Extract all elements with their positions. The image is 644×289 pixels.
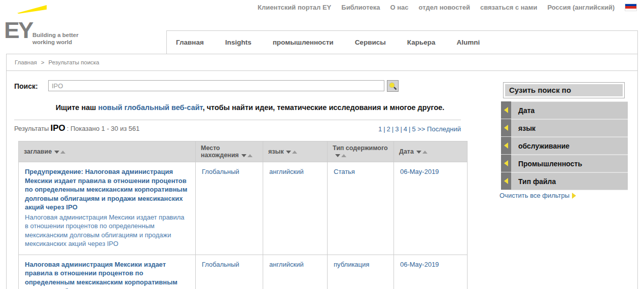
nav-item-careers[interactable]: Карьера: [407, 39, 436, 46]
nav-item-insights[interactable]: Insights: [225, 39, 252, 46]
page-4-link[interactable]: 4: [404, 125, 407, 133]
clear-all-filters-link[interactable]: Очистить все фильтры: [499, 192, 576, 199]
top-link-about[interactable]: О нас: [390, 4, 409, 11]
breadcrumb-home[interactable]: Главная: [15, 59, 37, 65]
main-nav: Главная Insights промышленности Сервисы …: [166, 30, 638, 54]
header-title[interactable]: заглавие: [19, 141, 196, 162]
result-content-type-cell: публикация: [328, 255, 394, 289]
pagination: 1|2|3|4|5 >> Последний: [14, 125, 461, 133]
search-label: Поиск:: [14, 82, 38, 90]
top-link-contact[interactable]: связаться с нами: [480, 4, 537, 11]
header-location-label: Место нахождения: [201, 144, 239, 159]
breadcrumb-separator: >: [41, 59, 45, 65]
result-location-cell: Глобальный: [196, 255, 263, 289]
result-content-type: Статья: [334, 168, 355, 175]
result-date: 06-May-2019: [400, 168, 439, 175]
magnifier-icon: [388, 82, 397, 90]
filter-strip: [501, 172, 511, 190]
search-button[interactable]: [387, 80, 399, 92]
result-title-cell: Налоговая администрация Мексики издает п…: [19, 255, 196, 289]
refine-search-header: Сузить поиск по: [503, 82, 625, 98]
nav-item-industries[interactable]: промышленности: [273, 39, 334, 46]
filter-date[interactable]: Дата: [501, 101, 628, 119]
nav-item-alumni[interactable]: Alumni: [457, 39, 480, 46]
sort-asc-icon[interactable]: [247, 154, 253, 157]
clear-filters-label: Очистить все фильтры: [499, 192, 569, 199]
collapse-arrow-icon: [504, 160, 508, 166]
result-location: Глобальный: [202, 261, 239, 268]
filter-file-type[interactable]: Тип файла: [501, 172, 628, 190]
sort-desc-icon[interactable]: [416, 151, 421, 154]
sort-desc-icon[interactable]: [241, 154, 246, 157]
filter-service[interactable]: обслуживание: [501, 137, 628, 155]
sort-icons: [416, 148, 427, 155]
header-date-label: Дата: [399, 148, 414, 155]
result-language-cell: английский: [263, 255, 328, 289]
sort-asc-icon[interactable]: [292, 151, 297, 154]
result-date: 06-May-2019: [400, 261, 439, 268]
filter-language[interactable]: язык: [501, 119, 628, 137]
sort-asc-icon[interactable]: [60, 151, 65, 154]
result-language: английский: [269, 168, 304, 175]
promo-message: Ищите наш новый глобальный веб-сайт, что…: [27, 103, 473, 112]
top-link-newsroom[interactable]: отдел новостей: [419, 4, 470, 11]
filter-industry[interactable]: Промышленность: [501, 155, 628, 172]
global-site-link[interactable]: новый глобальный веб-сайт: [98, 103, 202, 112]
main-content: Поиск: Ищите наш новый глобальный веб-са…: [7, 71, 637, 289]
result-title-cell: Предупреждение: Налоговая администрация …: [19, 162, 196, 255]
header-language-label: язык: [268, 148, 283, 155]
sort-desc-icon[interactable]: [286, 151, 291, 154]
arrow-right-icon: [572, 193, 576, 199]
nav-item-services[interactable]: Сервисы: [355, 39, 386, 46]
pagination-separator: |: [390, 125, 395, 133]
breadcrumb: Главная > Результаты поиска: [7, 54, 637, 71]
result-location-cell: Глобальный: [196, 162, 263, 255]
collapse-arrow-icon: [504, 178, 508, 184]
next-pages-link[interactable]: >>: [417, 125, 425, 133]
collapse-arrow-icon: [504, 107, 508, 113]
top-utility-bar: Клиентский портал EY Библиотека О нас от…: [258, 4, 637, 11]
filter-strip: [501, 137, 511, 154]
header-date[interactable]: Дата: [394, 141, 468, 162]
result-language-cell: английский: [263, 162, 328, 255]
refine-search-title: Сузить поиск по: [505, 84, 623, 96]
sort-icons: [54, 148, 65, 155]
result-title-link[interactable]: Предупреждение: Налоговая администрация …: [25, 167, 189, 212]
ey-logo[interactable]: EY: [4, 18, 32, 41]
result-title-link[interactable]: Налоговая администрация Мексики издает п…: [25, 260, 189, 289]
last-page-link[interactable]: Последний: [427, 125, 461, 133]
promo-prefix: Ищите наш: [56, 103, 98, 112]
result-date-cell: 06-May-2019: [394, 162, 468, 255]
search-input[interactable]: [48, 80, 384, 91]
sort-icons: [335, 152, 346, 159]
divider: [14, 120, 461, 120]
header-location[interactable]: Место нахождения: [196, 141, 263, 162]
russia-flag-icon[interactable]: [625, 4, 637, 11]
filter-label: обслуживание: [511, 137, 628, 154]
header-content-type[interactable]: Тип содержимого: [328, 141, 394, 162]
ey-tagline: Building a better working world: [32, 31, 79, 46]
pagination-separator: |: [399, 125, 403, 133]
pagination-separator: |: [382, 125, 386, 133]
sort-asc-icon[interactable]: [422, 151, 427, 154]
result-location: Глобальный: [202, 168, 239, 175]
filter-label: Промышленность: [511, 155, 628, 172]
ey-tagline-line2: working world: [32, 39, 79, 46]
sort-desc-icon[interactable]: [54, 151, 59, 154]
page-2-link[interactable]: 2: [387, 125, 390, 133]
header-language[interactable]: язык: [263, 141, 328, 162]
ey-beam-icon: [17, 5, 47, 14]
top-link-client-portal[interactable]: Клиентский портал EY: [258, 4, 331, 11]
top-link-locale[interactable]: Россия (английский): [547, 4, 615, 11]
result-content-type-cell: Статья: [328, 162, 394, 255]
flag-stripe-red: [625, 6, 636, 8]
top-link-library[interactable]: Библиотека: [341, 4, 380, 11]
collapse-arrow-icon: [504, 125, 508, 131]
filter-strip: [501, 101, 511, 119]
promo-suffix: , чтобы найти идеи, тематические исследо…: [203, 103, 445, 112]
nav-item-home[interactable]: Главная: [176, 39, 204, 46]
sort-desc-icon[interactable]: [335, 154, 340, 157]
sort-asc-icon[interactable]: [341, 154, 346, 157]
page-5-link[interactable]: 5: [412, 125, 415, 133]
result-content-type: публикация: [334, 261, 369, 268]
